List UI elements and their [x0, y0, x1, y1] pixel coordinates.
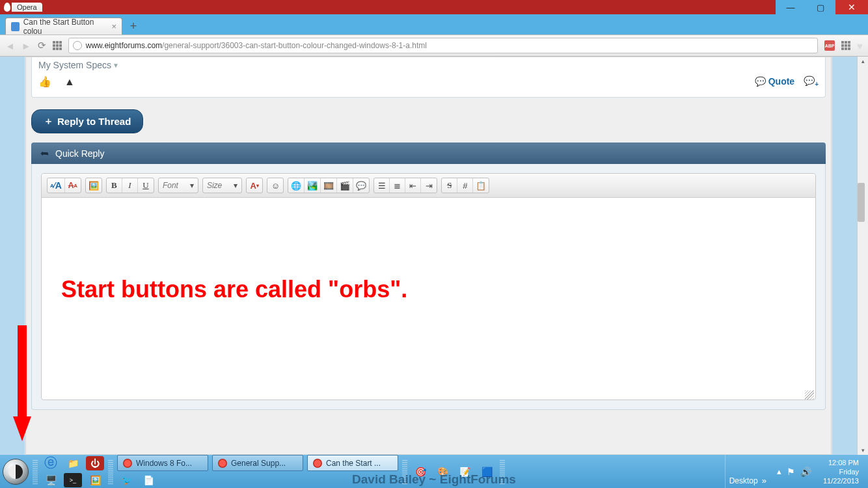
taskbar-grip-icon[interactable] [108, 459, 113, 484]
chevron-down-icon: ▾ [234, 181, 237, 190]
cmd-pinned-icon[interactable]: >_ [64, 473, 82, 487]
speech-bubble-icon: 💬 [755, 76, 766, 87]
window-maximize-button[interactable]: ▢ [806, 0, 835, 14]
thunderbird-pinned-icon[interactable]: 🐦 [117, 473, 135, 487]
taskbar-window-button[interactable]: Windows 8 Fo... [117, 455, 208, 471]
opera-icon [313, 459, 322, 468]
power-pinned-icon[interactable]: ⏻ [86, 456, 104, 470]
address-bar: ◄ ► ⟳ www.eightforums.com/general-suppor… [0, 34, 868, 57]
svg-marker-1 [13, 416, 31, 441]
tray-overflow-button[interactable]: ▴ [777, 467, 781, 476]
taskbar-window-button[interactable]: Can the Start ... [307, 455, 398, 471]
strikethrough-button[interactable]: S [442, 178, 457, 193]
tray-clock[interactable]: 12:08 PM Friday 11/22/2013 [818, 458, 864, 485]
taskbar-window-button[interactable]: General Supp... [212, 455, 303, 471]
tab-close-button[interactable]: × [111, 21, 116, 31]
system-specs-toggle[interactable]: My System Specs▼ [38, 57, 819, 73]
start-orb-button[interactable] [3, 459, 29, 485]
quick-reply-header: ➦ Quick Reply [31, 142, 826, 164]
editor-panel: A⁄A AA 🖼️ B I U Font▾ Size▾ A▾ ☺ [31, 164, 826, 410]
explorer-pinned-icon[interactable]: 📁 [64, 456, 82, 470]
indent-button[interactable]: ⇥ [421, 178, 437, 193]
desktop-toolbar-label[interactable]: Desktop » [725, 455, 770, 488]
ordered-list-button[interactable]: ☰ [374, 178, 390, 193]
annotation-arrow-icon [13, 325, 39, 442]
insert-quote-button[interactable]: 💬 [353, 178, 369, 193]
opera-icon [218, 459, 227, 468]
scroll-up-icon[interactable]: ▴ [858, 57, 869, 66]
opera-titlebar: Opera — ▢ ✕ [0, 0, 868, 14]
opera-icon [123, 459, 132, 468]
page-gutter-right [832, 57, 857, 455]
quote-button[interactable]: 💬 Quote [755, 76, 794, 87]
windows-taskbar: ⓔ 📁 ⏻ 🖥️ >_ 🖼️ Windows 8 Fo... General S… [0, 455, 868, 488]
underline-button[interactable]: U [138, 178, 154, 193]
hash-button[interactable]: # [457, 178, 473, 193]
forum-page: My System Specs▼ 👍 ▲ 💬 Quote 💬+ [25, 57, 832, 455]
bookmark-heart-icon[interactable]: ♥ [857, 40, 863, 51]
adblock-icon[interactable]: ABP [824, 40, 835, 51]
unordered-list-button[interactable]: ≣ [390, 178, 405, 193]
scroll-down-icon[interactable]: ▾ [858, 446, 869, 455]
font-size-select[interactable]: Size▾ [202, 178, 242, 193]
reply-to-thread-button[interactable]: ＋ Reply to Thread [31, 109, 143, 133]
volume-icon[interactable]: 🔊 [800, 467, 811, 477]
ie-pinned-icon[interactable]: ⓔ [42, 456, 60, 470]
tab-favicon-icon [11, 22, 20, 31]
nav-back-button[interactable]: ◄ [5, 40, 15, 51]
switch-editor-mode-button[interactable]: A⁄A [47, 178, 65, 193]
insert-image-button[interactable]: 🖼️ [86, 178, 102, 193]
window-minimize-button[interactable]: — [776, 0, 806, 14]
insert-picture-button[interactable]: 🏞️ [305, 178, 321, 193]
taskbar-grip-icon[interactable] [33, 459, 38, 484]
editor-textarea[interactable]: Start buttons are called "orbs". [42, 198, 815, 400]
post-footer-card: My System Specs▼ 👍 ▲ 💬 Quote 💬+ [31, 57, 826, 98]
editor-toolbar: A⁄A AA 🖼️ B I U Font▾ Size▾ A▾ ☺ [42, 174, 815, 198]
insert-link-button[interactable]: 🌐 [288, 178, 305, 193]
extensions-grid-icon[interactable] [841, 41, 850, 50]
bold-button[interactable]: B [107, 178, 122, 193]
app-menu-label[interactable]: Opera [12, 3, 42, 12]
url-host: www.eightforums.com [86, 41, 162, 50]
office-pinned-icon[interactable]: 📄 [139, 473, 157, 487]
chevron-down-icon: ▾ [190, 181, 194, 190]
action-center-icon[interactable]: ⚑ [787, 467, 795, 477]
report-icon[interactable]: ▲ [64, 76, 75, 88]
url-path: /general-support/36003-can-start-button-… [162, 41, 427, 50]
tab-title: Can the Start Button colou [23, 18, 107, 36]
smiley-button[interactable]: ☺ [267, 178, 283, 193]
multi-quote-button[interactable]: 💬+ [804, 75, 819, 88]
outdent-button[interactable]: ⇤ [405, 178, 421, 193]
annotation-text: Start buttons are called "orbs". [61, 276, 796, 303]
window-close-button[interactable]: ✕ [835, 0, 868, 14]
chevron-down-icon: ▼ [113, 62, 119, 69]
taskmgr-pinned-icon[interactable]: 🖥️ [42, 473, 60, 487]
taskbar-footer-text: David Bailey ~ EightForums [352, 472, 516, 487]
page-scrollbar[interactable]: ▴ ▾ [857, 57, 868, 455]
font-family-select[interactable]: Font▾ [158, 178, 198, 193]
scroll-thumb[interactable] [858, 183, 865, 222]
new-tab-button[interactable]: + [126, 19, 141, 33]
insert-video-button[interactable]: 🎞️ [321, 178, 337, 193]
thumbs-up-icon[interactable]: 👍 [38, 75, 51, 88]
italic-button[interactable]: I [122, 178, 138, 193]
clipboard-button[interactable]: 📋 [473, 178, 489, 193]
nav-reload-button[interactable]: ⟳ [38, 40, 46, 51]
remove-format-button[interactable]: AA [65, 178, 81, 193]
browser-tab[interactable]: Can the Start Button colou × [5, 18, 122, 34]
url-input[interactable]: www.eightforums.com/general-support/3600… [68, 38, 818, 53]
resize-grip-icon[interactable] [805, 390, 814, 400]
reply-arrow-icon: ➦ [40, 147, 49, 159]
insert-video2-button[interactable]: 🎬 [337, 178, 353, 193]
opera-logo-icon [4, 3, 10, 12]
globe-icon [73, 41, 82, 50]
tab-strip: Can the Start Button colou × + [0, 14, 868, 34]
chevron-right-icon[interactable]: » [762, 476, 766, 485]
speed-dial-button[interactable] [53, 41, 62, 50]
nav-forward-button[interactable]: ► [21, 40, 31, 51]
system-tray: Desktop » ▴ ⚑ 🔊 12:08 PM Friday 11/22/20… [725, 455, 868, 488]
photos-pinned-icon[interactable]: 🖼️ [86, 473, 104, 487]
plus-icon: ＋ [44, 115, 53, 128]
viewport: My System Specs▼ 👍 ▲ 💬 Quote 💬+ [0, 57, 868, 455]
text-color-button[interactable]: A▾ [247, 178, 262, 193]
